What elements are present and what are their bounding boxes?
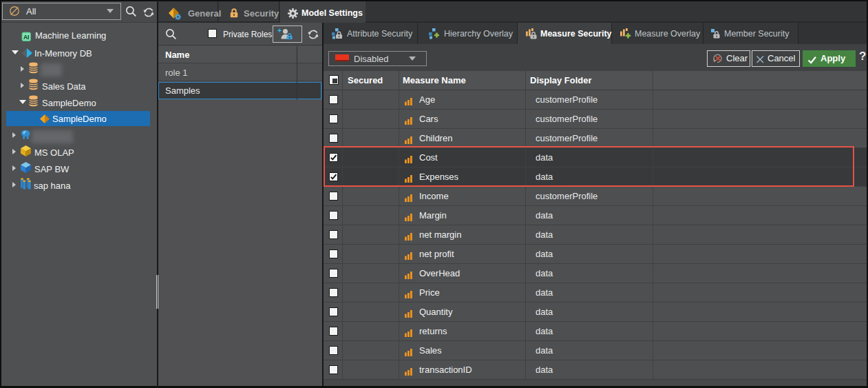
svg-text:AI: AI [23, 34, 30, 41]
